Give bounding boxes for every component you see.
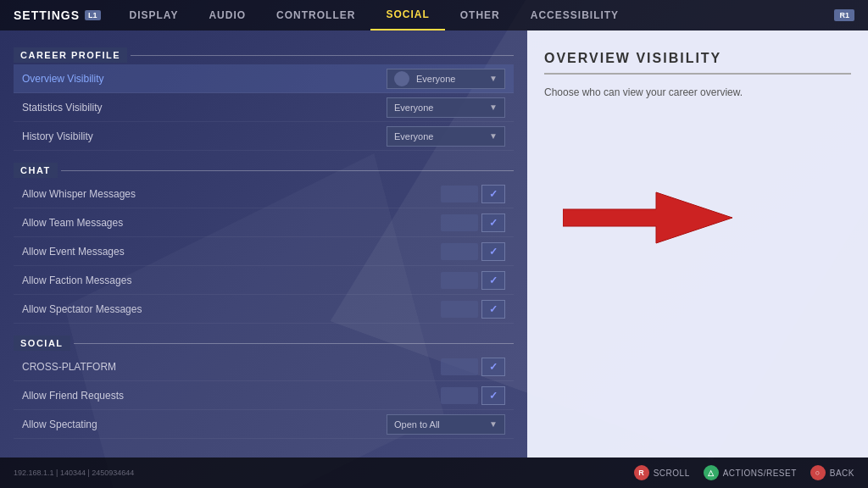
- spectating-dropdown-chevron: ▼: [489, 419, 498, 429]
- allow-team-checkbox-container: ✓: [441, 214, 505, 232]
- history-visibility-label: History Visibility: [22, 130, 387, 142]
- overview-visibility-value: Everyone: [416, 74, 486, 84]
- history-dropdown-chevron: ▼: [489, 131, 498, 141]
- allow-spectator-checkbox[interactable]: ✓: [481, 300, 505, 319]
- allow-whisper-track: [441, 186, 478, 202]
- cross-platform-label: CROSS-PLATFORM: [22, 361, 441, 373]
- allow-spectator-checkbox-container: ✓: [441, 300, 505, 319]
- tab-other[interactable]: OTHER: [445, 0, 515, 30]
- l1-badge[interactable]: L1: [85, 10, 101, 20]
- circle-button-label: ○: [815, 469, 821, 477]
- chat-divider: [61, 170, 514, 171]
- overview-visibility-dropdown[interactable]: Everyone ▼: [387, 69, 505, 89]
- allow-whisper-label: Allow Whisper Messages: [22, 188, 441, 200]
- chat-label: CHAT: [14, 163, 58, 178]
- overview-visibility-title: OVERVIEW VISIBILITY: [544, 51, 851, 75]
- cross-platform-check-icon: ✓: [489, 361, 498, 373]
- system-info: 192.168.1.1 | 140344 | 2450934644: [14, 469, 134, 477]
- nav-tabs: DISPLAY AUDIO CONTROLLER SOCIAL OTHER AC…: [114, 0, 835, 30]
- career-profile-label: CAREER PROFILE: [14, 47, 127, 63]
- history-visibility-dropdown[interactable]: Everyone ▼: [387, 126, 505, 147]
- tab-controller[interactable]: CONTROLLER: [261, 0, 370, 30]
- allow-whisper-checkbox[interactable]: ✓: [481, 185, 505, 203]
- dropdown-chevron-icon: ▼: [489, 74, 498, 83]
- allow-spectating-row[interactable]: Allow Spectating Open to All ▼: [14, 410, 514, 439]
- cross-platform-checkbox-container: ✓: [441, 358, 505, 376]
- allow-team-track: [441, 214, 478, 231]
- allow-friend-requests-checkbox[interactable]: ✓: [481, 386, 505, 405]
- social-label: SOCIAL: [14, 336, 70, 351]
- triangle-button-label: △: [708, 469, 715, 477]
- allow-spectating-label: Allow Spectating: [22, 419, 387, 430]
- allow-spectator-check-icon: ✓: [489, 303, 498, 315]
- allow-friend-requests-row[interactable]: Allow Friend Requests ✓: [14, 381, 514, 410]
- career-profile-divider: [131, 55, 514, 56]
- chat-header: CHAT: [14, 163, 514, 178]
- circle-button[interactable]: ○: [810, 465, 826, 480]
- tab-social[interactable]: SOCIAL: [370, 0, 444, 30]
- allow-friend-requests-checkbox-container: ✓: [441, 386, 505, 405]
- allow-team-checkbox[interactable]: ✓: [481, 214, 505, 232]
- statistics-visibility-dropdown[interactable]: Everyone ▼: [387, 97, 505, 118]
- allow-spectating-dropdown[interactable]: Open to All ▼: [387, 414, 505, 435]
- allow-faction-checkbox[interactable]: ✓: [481, 271, 505, 290]
- statistics-visibility-value: Everyone: [394, 103, 486, 113]
- allow-faction-track: [441, 272, 478, 289]
- social-header: SOCIAL: [14, 336, 514, 351]
- bottom-bar: 192.168.1.1 | 140344 | 2450934644 R SCRO…: [0, 458, 868, 488]
- cross-platform-row[interactable]: CROSS-PLATFORM ✓: [14, 352, 514, 381]
- action-label: ACTIONS/RESET: [723, 469, 797, 478]
- allow-spectator-track: [441, 301, 478, 318]
- allow-event-track: [441, 243, 478, 260]
- top-navigation: SETTINGS L1 DISPLAY AUDIO CONTROLLER SOC…: [0, 0, 868, 30]
- allow-whisper-row[interactable]: Allow Whisper Messages ✓: [14, 180, 514, 208]
- allow-spectating-value: Open to All: [394, 419, 486, 430]
- cross-platform-checkbox[interactable]: ✓: [481, 358, 505, 376]
- triangle-button[interactable]: △: [704, 465, 719, 480]
- allow-faction-check-icon: ✓: [489, 274, 498, 286]
- action-control: △ ACTIONS/RESET: [704, 465, 797, 480]
- allow-whisper-checkbox-container: ✓: [441, 185, 505, 203]
- allow-whisper-check-icon: ✓: [489, 188, 498, 200]
- statistics-dropdown-chevron: ▼: [489, 103, 498, 112]
- allow-friend-requests-check-icon: ✓: [489, 390, 498, 402]
- history-visibility-row[interactable]: History Visibility Everyone ▼: [14, 122, 514, 151]
- bottom-controls: R SCROLL △ ACTIONS/RESET ○ BACK: [634, 465, 854, 480]
- r-button[interactable]: R: [634, 465, 649, 480]
- left-panel: CAREER PROFILE Overview Visibility Every…: [0, 30, 527, 458]
- right-panel: OVERVIEW VISIBILITY Choose who can view …: [527, 30, 868, 458]
- r-button-label: R: [638, 469, 644, 477]
- r1-badge[interactable]: R1: [834, 9, 854, 21]
- allow-event-check-icon: ✓: [489, 246, 498, 258]
- tab-accessibility[interactable]: ACCESSIBILITY: [515, 0, 634, 30]
- main-content: CAREER PROFILE Overview Visibility Every…: [0, 30, 868, 458]
- allow-event-label: Allow Event Messages: [22, 246, 441, 258]
- allow-faction-checkbox-container: ✓: [441, 271, 505, 290]
- allow-faction-row[interactable]: Allow Faction Messages ✓: [14, 266, 514, 295]
- allow-event-row[interactable]: Allow Event Messages ✓: [14, 237, 514, 266]
- settings-title-group: SETTINGS L1: [0, 8, 114, 22]
- overview-visibility-label: Overview Visibility: [22, 73, 387, 85]
- allow-spectator-row[interactable]: Allow Spectator Messages ✓: [14, 295, 514, 324]
- allow-friend-requests-label: Allow Friend Requests: [22, 390, 441, 402]
- scroll-control: R SCROLL: [634, 465, 690, 480]
- statistics-visibility-row[interactable]: Statistics Visibility Everyone ▼: [14, 93, 514, 122]
- allow-faction-label: Allow Faction Messages: [22, 274, 441, 286]
- overview-visibility-row[interactable]: Overview Visibility Everyone ▼: [14, 64, 514, 93]
- cross-platform-track: [441, 358, 478, 375]
- allow-spectator-label: Allow Spectator Messages: [22, 303, 441, 315]
- back-control: ○ BACK: [810, 465, 854, 480]
- overview-visibility-description: Choose who can view your career overview…: [544, 85, 851, 100]
- allow-event-checkbox[interactable]: ✓: [481, 242, 505, 261]
- tab-audio[interactable]: AUDIO: [193, 0, 261, 30]
- allow-team-check-icon: ✓: [489, 217, 498, 229]
- dropdown-indicator: [394, 71, 409, 86]
- allow-event-checkbox-container: ✓: [441, 242, 505, 261]
- scroll-label: SCROLL: [654, 469, 690, 478]
- allow-team-row[interactable]: Allow Team Messages ✓: [14, 208, 514, 237]
- social-divider: [74, 343, 514, 344]
- statistics-visibility-label: Statistics Visibility: [22, 102, 387, 114]
- tab-display[interactable]: DISPLAY: [114, 0, 194, 30]
- history-visibility-value: Everyone: [394, 131, 486, 141]
- career-profile-header: CAREER PROFILE: [14, 47, 514, 63]
